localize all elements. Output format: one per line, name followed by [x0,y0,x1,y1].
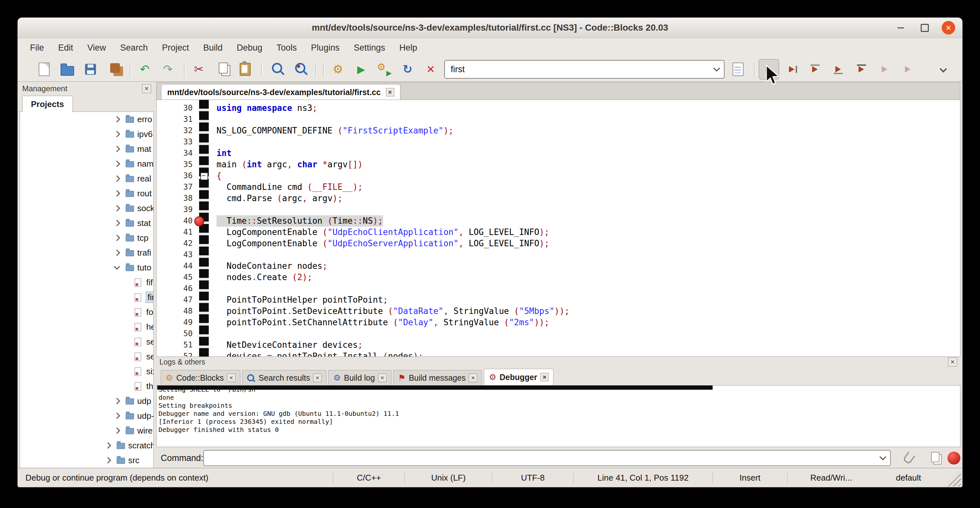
undo-button[interactable]: ↶ [134,59,155,80]
copy-button[interactable] [212,59,232,80]
log-tab-build-log[interactable]: ⚙Build log× [328,370,391,385]
tree-item-se[interactable]: se [20,349,153,364]
line-number[interactable]: 31 [157,114,192,125]
code-line-48[interactable]: 48 pointToPoint.SetDeviceAttribute ("Dat… [157,306,960,317]
step-into-instruction-button[interactable] [898,59,918,80]
tree-expander-icon[interactable] [114,131,120,137]
code-line-51[interactable]: 51 NetDeviceContainer devices; [157,339,960,351]
code-line-44[interactable]: 44 NodeContainer nodes; [157,260,960,272]
code-line-43[interactable]: 43 [157,249,960,260]
tree-expander-icon[interactable] [105,442,111,449]
menu-plugins[interactable]: Plugins [304,40,347,56]
save-button[interactable] [80,59,101,80]
maximize-button[interactable] [918,21,931,35]
line-number[interactable]: 34 [157,148,192,159]
code-line-39[interactable]: 39 [157,204,960,215]
code-line-46[interactable]: 46 [157,283,960,294]
tree-expander-icon[interactable] [114,263,120,270]
step-out-button[interactable] [851,59,872,80]
tab-close-icon[interactable]: × [227,374,235,382]
log-tab-search-results[interactable]: Search results× [242,370,327,385]
paperclip-button[interactable] [902,451,916,465]
tree-item-fif[interactable]: fif [20,275,153,290]
tab-close-icon[interactable]: × [378,374,387,382]
tree-expander-icon[interactable] [114,220,120,226]
tree-expander-icon[interactable] [114,161,120,167]
menu-build[interactable]: Build [196,40,230,56]
run-button[interactable]: ▶ [351,59,371,80]
open-file-button[interactable] [57,59,78,80]
close-button[interactable]: × [942,21,955,35]
abort-button[interactable]: ✕ [420,59,441,80]
line-number[interactable]: 43 [157,249,192,260]
tree-item-nam[interactable]: nam [20,156,153,171]
new-file-button[interactable] [34,59,54,80]
minimize-button[interactable] [894,21,907,35]
line-number[interactable]: 42 [157,238,192,249]
debugger-log[interactable]: Setting SHELL to '/bin/sh'doneSetting br… [156,385,960,447]
menu-project[interactable]: Project [155,40,196,56]
build-button[interactable]: ⚙ [328,59,348,80]
replace-button[interactable] [289,59,310,80]
menu-view[interactable]: View [80,40,113,56]
tree-item-src[interactable]: src [20,453,153,468]
menu-debug[interactable]: Debug [230,40,270,56]
line-number[interactable]: 46 [157,283,192,294]
toolbar-overflow-button[interactable] [933,59,953,80]
titlebar[interactable]: mnt/dev/tools/source/ns-3-dev/examples/t… [18,18,962,38]
tree-expander-icon[interactable] [114,250,120,256]
menu-search[interactable]: Search [113,40,155,56]
editor-tab[interactable]: mnt/dev/tools/source/ns-3-dev/examples/t… [161,84,401,100]
code-line-38[interactable]: 38 cmd.Parse (argc, argv); [157,193,960,204]
step-into-button[interactable] [828,59,849,80]
code-line-31[interactable]: 31 [157,114,960,125]
tree-item-tuto[interactable]: tuto [20,260,153,275]
code-line-49[interactable]: 49 pointToPoint.SetChannelAttribute ("De… [157,317,960,328]
tree-item-ipv6[interactable]: ipv6 [20,127,153,142]
tree-item-fo[interactable]: fo [20,304,153,319]
tree-item-th[interactable]: th [20,379,153,393]
save-all-button[interactable] [103,59,124,80]
code-line-52[interactable]: 52 devices = pointToPoint.Install (nodes… [157,351,960,357]
code-line-34[interactable]: 34int [157,148,960,159]
line-number[interactable]: 49 [157,317,192,328]
paste-button[interactable] [235,59,256,80]
code-line-36[interactable]: 36{ [157,170,960,182]
tab-close-icon[interactable]: × [469,374,477,382]
cut-button[interactable]: ✂ [188,59,209,80]
tree-expander-icon[interactable] [114,427,120,434]
line-number[interactable]: 39 [157,204,192,215]
management-close-icon[interactable]: × [142,84,151,93]
line-number[interactable]: 41 [157,226,192,238]
log-tab-code-blocks[interactable]: ⚙Code::Blocks× [161,370,240,385]
breakpoint-icon[interactable] [194,216,204,226]
stop-debugger-button[interactable] [947,452,960,465]
log-tab-debugger[interactable]: ⚙Debugger× [484,369,554,385]
code-line-41[interactable]: 41 LogComponentEnable ("UdpEchoClientApp… [157,226,960,238]
copy-log-button[interactable] [927,451,941,465]
tree-item-mat[interactable]: mat [20,142,153,156]
code-line-42[interactable]: 42 LogComponentEnable ("UdpEchoServerApp… [157,238,960,249]
search-dropdown-icon[interactable] [709,61,724,78]
line-number[interactable]: 38 [157,193,192,204]
menu-settings[interactable]: Settings [347,40,392,56]
line-number[interactable]: 44 [157,260,192,272]
tree-item-erro[interactable]: erro [20,112,153,127]
tree-item-scratch[interactable]: scratch [20,438,153,453]
command-dropdown-icon[interactable] [875,451,890,465]
code-line-40[interactable]: 40 Time::SetResolution (Time::NS); [157,215,960,226]
fold-marker-icon[interactable] [200,172,208,180]
tree-item-rout[interactable]: rout [20,186,153,201]
run-to-cursor-button[interactable] [782,59,802,80]
menu-tools[interactable]: Tools [269,40,304,56]
log-tab-build-messages[interactable]: ⚑Build messages× [393,370,482,385]
line-number[interactable]: 36 [157,170,192,182]
code-line-37[interactable]: 37 CommandLine cmd (__FILE__); [157,182,960,193]
menu-help[interactable]: Help [392,40,424,56]
line-number[interactable]: 51 [157,339,192,351]
tree-expander-icon[interactable] [114,412,120,419]
line-number[interactable]: 30 [157,102,192,114]
code-line-50[interactable]: 50 [157,328,960,339]
tree-expander-icon[interactable] [114,398,120,404]
tree-item-udp[interactable]: udp [20,393,153,408]
